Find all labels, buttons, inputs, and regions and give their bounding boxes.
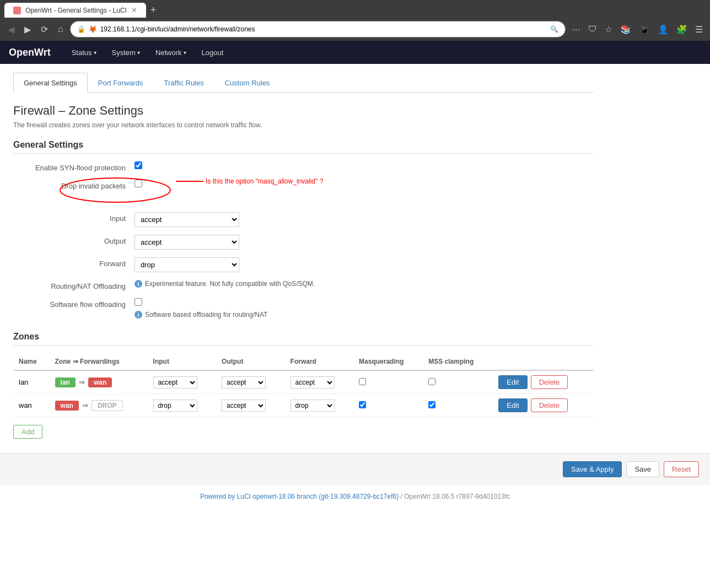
footer-buttons: Save & Apply Save Reset [0,453,710,485]
output-control: accept drop reject [135,235,593,250]
tab-custom-rules[interactable]: Custom Rules [214,73,281,93]
home-button[interactable]: ⌂ [55,22,67,36]
nav-menu: Status ▾ System ▾ Network ▾ Logout [64,42,232,63]
forward-row: Forward accept drop reject [13,257,593,272]
col-actions [493,353,593,370]
drop-invalid-checkbox[interactable] [135,180,142,187]
input-select[interactable]: accept drop reject [135,212,239,227]
openwrt-version: / OpenWrt 18.06.5 r7897-9d401013fc [400,493,510,500]
account-button[interactable]: 👤 [655,23,671,36]
wan-mss-checkbox[interactable] [428,401,435,408]
browser-tab[interactable]: OpenWrt - General Settings - LuCI ✕ [4,3,146,18]
zones-title: Zones [13,332,593,346]
save-apply-button[interactable]: Save & Apply [563,461,622,477]
wan-delete-button[interactable]: Delete [531,398,568,412]
syn-flood-checkbox[interactable] [135,161,142,169]
tab-port-forwards[interactable]: Port Forwards [88,73,154,93]
firefox-icon: 🦊 [89,25,97,33]
sw-offload-control: i Software based offloading for routing/… [135,298,593,319]
save-button[interactable]: Save [626,461,659,477]
star-button[interactable]: ☆ [602,23,615,36]
lan-badge: lan [55,377,76,387]
col-masquerading: Masquerading [353,353,423,370]
wan-zone-forward: wan ⇒ DROP [55,400,142,411]
lan-edit-button[interactable]: Edit [498,375,527,389]
bookmarks-button[interactable]: ⋯ [569,23,583,36]
sw-offload-note: i Software based offloading for routing/… [135,311,593,319]
nav-item-system[interactable]: System ▾ [104,42,148,63]
annotation-line [176,181,203,182]
lan-forward-select[interactable]: accept [291,376,335,389]
network-dropdown-arrow: ▾ [184,50,186,56]
sw-offload-row: Software flow offloading i Software base… [13,298,593,319]
wan-masq-checkbox[interactable] [359,401,366,408]
wan-actions: Edit Delete [493,394,593,417]
forward-control: accept drop reject [135,257,593,272]
lan-output-select[interactable]: accept [222,376,266,389]
wan-forward-select[interactable]: drop [291,400,335,412]
syn-flood-label: Enable SYN-flood protection [13,161,135,172]
output-select[interactable]: accept drop reject [135,235,239,250]
forward-select[interactable]: accept drop reject [135,257,239,272]
lan-mss-checkbox[interactable] [428,378,435,385]
address-bar[interactable]: 🔒 🦊 🔍 [70,21,566,37]
nav-item-logout[interactable]: Logout [194,42,232,63]
col-output: Output [216,353,284,370]
browser-chrome: OpenWrt - General Settings - LuCI ✕ + ◀ … [0,0,710,41]
browser-tab-title: OpenWrt - General Settings - LuCI [25,7,127,14]
wan-output-select[interactable]: accept [222,400,266,412]
luci-link[interactable]: Powered by LuCI openwrt-18.06 branch (gi… [200,493,399,500]
add-zone-button[interactable]: Add [13,425,42,439]
nav-item-status[interactable]: Status ▾ [64,42,104,63]
lan-mss [423,370,493,394]
wan-forward: drop [285,394,353,417]
tab-bar-content: General Settings Port Forwards Traffic R… [13,73,593,93]
nav-item-network[interactable]: Network ▾ [148,42,194,63]
new-tab-button[interactable]: + [146,2,161,18]
back-button[interactable]: ◀ [4,22,18,37]
lan-forwardings: lan ⇒ wan [50,370,148,394]
wan-name: wan [13,394,50,417]
page-title: Firewall – Zone Settings [13,104,593,118]
browser-toolbar: ◀ ▶ ⟳ ⌂ 🔒 🦊 🔍 ⋯ 🛡 ☆ 📚 📱 👤 🧩 ☰ [0,18,710,41]
menu-button[interactable]: ☰ [692,23,706,36]
browser-extra-buttons: ⋯ 🛡 ☆ 📚 📱 👤 🧩 ☰ [569,23,706,36]
lan-delete-button[interactable]: Delete [531,375,568,389]
col-input: Input [148,353,216,370]
tab-traffic-rules[interactable]: Traffic Rules [153,73,214,93]
shield-button[interactable]: 🛡 [585,23,600,36]
reset-button[interactable]: Reset [664,461,699,477]
lock-icon: 🔒 [77,25,85,33]
wan-input-select[interactable]: drop [153,400,197,412]
syn-flood-control [135,161,593,171]
lan-zone-forward: lan ⇒ wan [55,377,142,387]
forward-label: Forward [13,257,135,268]
lan-input: accept [148,370,216,394]
tab-general-settings[interactable]: General Settings [13,73,88,93]
tab-close-button[interactable]: ✕ [131,6,137,14]
input-row: Input accept drop reject [13,212,593,227]
nat-offload-label: Routing/NAT Offloading [13,280,135,290]
general-settings-title: General Settings [13,140,593,154]
lan-input-select[interactable]: accept [153,376,197,389]
col-mss: MSS clamping [423,353,493,370]
reload-button[interactable]: ⟳ [37,22,51,37]
url-input[interactable] [100,25,547,33]
annotation-text: Is this the option "masq_allow_invalid" … [206,177,323,185]
extensions-button[interactable]: 🧩 [674,23,690,36]
lan-actions: Edit Delete [493,370,593,394]
page-footer: Powered by LuCI openwrt-18.06 branch (gi… [0,485,710,508]
sw-offload-checkbox[interactable] [135,298,142,306]
pocket-button[interactable]: 📱 [636,23,653,36]
system-dropdown-arrow: ▾ [137,50,140,56]
wan-edit-button[interactable]: Edit [498,398,527,412]
status-dropdown-arrow: ▾ [94,50,96,56]
lan-masq-checkbox[interactable] [359,378,366,385]
library-button[interactable]: 📚 [617,23,634,36]
table-row: wan wan ⇒ DROP drop [13,394,593,417]
wan-badge: wan [55,401,79,411]
forward-button[interactable]: ▶ [21,22,34,37]
wan-output: accept [216,394,284,417]
lan-forward: accept [285,370,353,394]
drop-invalid-label: Drop invalid packets [13,180,135,190]
